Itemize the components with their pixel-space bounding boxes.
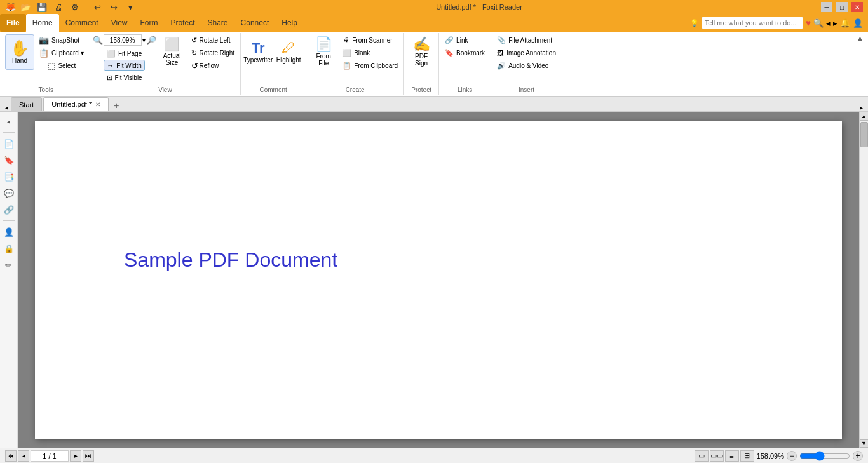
insert-group-label: Insert xyxy=(491,86,562,93)
print-icon[interactable]: 🖨 xyxy=(51,1,65,13)
minimize-button[interactable]: ─ xyxy=(821,2,832,12)
sidebar-links-button[interactable]: 🔗 xyxy=(2,203,16,217)
status-right: ▭ ▭▭ ≡ ⊞ 158.09% − + xyxy=(695,450,863,462)
new-tab-button[interactable]: + xyxy=(110,100,123,111)
zoom-decrease-button[interactable]: − xyxy=(787,451,797,461)
from-clipboard-button[interactable]: 📋 From Clipboard xyxy=(339,60,401,71)
open-file-icon[interactable]: 📂 xyxy=(18,1,32,13)
pdf-sign-icon: ✍ xyxy=(413,37,430,51)
select-tool-button[interactable]: ⬚ Select xyxy=(36,60,87,71)
prev-page-button[interactable]: ◂ xyxy=(18,450,29,462)
menu-connect[interactable]: Connect xyxy=(234,14,276,32)
fit-width-button[interactable]: ↔ Fit Width xyxy=(104,60,144,71)
image-annotation-button[interactable]: 🖼 Image Annotation xyxy=(494,47,559,58)
link-button[interactable]: 🔗 Link xyxy=(442,34,488,46)
rotate-left-button[interactable]: ↺ Rotate Left xyxy=(188,34,234,46)
snapshot-label: SnapShot xyxy=(51,37,79,44)
fit-page-button[interactable]: ⬜ Fit Page xyxy=(104,48,145,59)
pdf-document-text: Sample PDF Document xyxy=(60,147,337,272)
close-button[interactable]: ✕ xyxy=(851,2,863,12)
protect-group-label: Protect xyxy=(404,86,438,93)
zoom-dropdown-icon[interactable]: ▾ xyxy=(142,37,146,44)
tab-start[interactable]: Start xyxy=(11,97,42,111)
actual-size-button[interactable]: ⬜ ActualSize xyxy=(158,34,187,70)
ribbon-group-create: 📄 FromFile 🖨 From Scanner ⬜ Blank 📋 From… xyxy=(306,33,404,95)
menu-home[interactable]: Home xyxy=(26,14,59,32)
page-number-input[interactable] xyxy=(31,450,69,462)
tools-items: ✋ Hand 📷 SnapShot 📋 Clipboard ▾ ⬚ Select xyxy=(5,34,87,93)
next-page-button[interactable]: ▸ xyxy=(70,450,81,462)
tab-close-button[interactable]: ✕ xyxy=(95,101,100,108)
from-scanner-button[interactable]: 🖨 From Scanner xyxy=(339,34,401,46)
search-input[interactable] xyxy=(702,17,803,29)
settings-icon[interactable]: ⚙ xyxy=(68,1,82,13)
reflow-button[interactable]: ↺ Reflow xyxy=(188,60,222,71)
undo-icon[interactable]: ↩ xyxy=(90,1,104,13)
fit-visible-button[interactable]: ⊡ Fit Visible xyxy=(104,72,146,83)
hand-tool-button[interactable]: ✋ Hand xyxy=(5,34,34,70)
sidebar-layers-button[interactable]: 📑 xyxy=(2,170,16,184)
from-file-button[interactable]: 📄 FromFile xyxy=(309,34,338,70)
menu-form[interactable]: Form xyxy=(134,14,165,32)
save-icon[interactable]: 💾 xyxy=(35,1,49,13)
menu-help[interactable]: Help xyxy=(275,14,304,32)
tabs-scroll-right-icon[interactable]: ▸ xyxy=(857,104,865,111)
redo-icon[interactable]: ↪ xyxy=(107,1,121,13)
favorites-icon[interactable]: ♥ xyxy=(806,18,811,28)
quick-access-dropdown-icon[interactable]: ▾ xyxy=(123,1,137,13)
file-attachment-label: File Attachment xyxy=(508,37,552,44)
last-page-button[interactable]: ⏭ xyxy=(83,450,94,462)
menu-share[interactable]: Share xyxy=(201,14,234,32)
single-page-view-button[interactable]: ▭ xyxy=(695,450,709,462)
blank-button[interactable]: ⬜ Blank xyxy=(339,47,401,58)
sidebar-sign-button[interactable]: ✏ xyxy=(2,258,16,272)
tab-untitled-pdf[interactable]: Untitled.pdf * ✕ xyxy=(43,97,109,111)
from-clipboard-label: From Clipboard xyxy=(354,62,398,69)
clipboard-button[interactable]: 📋 Clipboard ▾ xyxy=(36,47,87,58)
tabs-scroll-left-icon[interactable]: ◂ xyxy=(3,104,11,111)
two-page-view-button[interactable]: ▭▭ xyxy=(710,450,724,462)
zoom-in-icon[interactable]: 🔎 xyxy=(146,36,156,45)
typewriter-button[interactable]: Tr Typewriter xyxy=(243,34,273,70)
audio-video-button[interactable]: 🔊 Audio & Video xyxy=(494,60,559,71)
typewriter-label: Typewriter xyxy=(243,57,273,64)
title-bar-controls: ─ □ ✕ xyxy=(821,2,863,12)
snapshot-button[interactable]: 📷 SnapShot xyxy=(36,34,87,46)
two-page-continuous-button[interactable]: ⊞ xyxy=(740,450,754,462)
search-icon[interactable]: 🔍 xyxy=(813,18,824,28)
highlight-button[interactable]: 🖊 Highlight xyxy=(274,34,303,70)
sidebar-collapse-button[interactable]: ◂ xyxy=(2,114,16,128)
sidebar-pages-button[interactable]: 📄 xyxy=(2,137,16,151)
menu-view[interactable]: View xyxy=(105,14,134,32)
nav-forward-icon[interactable]: ▸ xyxy=(833,18,837,28)
bookmark-button[interactable]: 🔖 Bookmark xyxy=(442,47,488,58)
zoom-slider[interactable] xyxy=(799,451,850,461)
maximize-button[interactable]: □ xyxy=(836,2,848,12)
pdf-document: Sample PDF Document xyxy=(35,121,842,439)
scroll-up-button[interactable]: ▲ xyxy=(860,112,869,121)
scroll-down-button[interactable]: ▼ xyxy=(860,439,869,448)
reflow-icon: ↺ xyxy=(191,61,198,70)
first-page-button[interactable]: ⏮ xyxy=(5,450,17,462)
tab-untitled-label: Untitled.pdf * xyxy=(51,100,92,108)
pdf-sign-button[interactable]: ✍ PDFSign xyxy=(407,34,436,70)
rotate-right-button[interactable]: ↻ Rotate Right xyxy=(188,47,238,58)
menu-comment[interactable]: Comment xyxy=(59,14,105,32)
user-icon[interactable]: 👤 xyxy=(853,18,863,28)
collapse-ribbon-button[interactable]: ▲ xyxy=(857,34,865,43)
continuous-view-button[interactable]: ≡ xyxy=(725,450,739,462)
file-attachment-button[interactable]: 📎 File Attachment xyxy=(494,34,559,46)
notifications-icon[interactable]: 🔔 xyxy=(840,18,850,28)
sidebar-lock-button[interactable]: 🔒 xyxy=(2,241,16,255)
menu-file[interactable]: File xyxy=(0,14,26,32)
nav-back-icon[interactable]: ◂ xyxy=(826,18,831,28)
sidebar-comments-button[interactable]: 💬 xyxy=(2,186,16,200)
sidebar-bookmarks-button[interactable]: 🔖 xyxy=(2,153,16,167)
menu-protect[interactable]: Protect xyxy=(165,14,201,32)
zoom-input[interactable] xyxy=(104,34,142,46)
scroll-thumb[interactable] xyxy=(860,122,868,147)
content-area: Sample PDF Document xyxy=(18,112,859,448)
zoom-increase-button[interactable]: + xyxy=(853,451,863,461)
zoom-out-icon[interactable]: 🔍 xyxy=(93,36,103,45)
sidebar-user-button[interactable]: 👤 xyxy=(2,225,16,239)
